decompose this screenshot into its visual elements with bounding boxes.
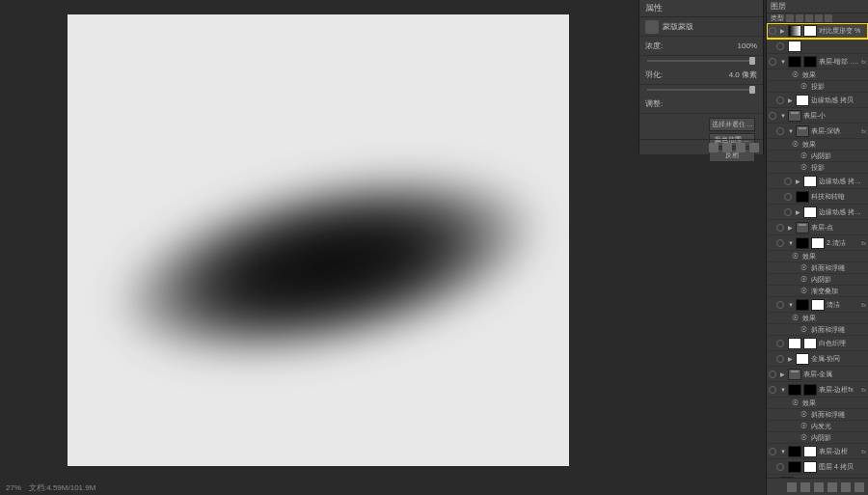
properties-tab[interactable]: 属性 bbox=[639, 0, 763, 17]
effect-item[interactable]: ⦿内阴影 bbox=[767, 151, 868, 162]
mask-thumbnail[interactable] bbox=[803, 384, 817, 396]
layer-row[interactable]: 科技和转暗 bbox=[767, 189, 868, 205]
layer-thumbnail[interactable] bbox=[796, 191, 809, 203]
layer-thumbnail[interactable] bbox=[788, 338, 801, 349]
effects-header[interactable]: ⦿效果 bbox=[767, 251, 868, 262]
filter-adjust-icon[interactable] bbox=[796, 14, 803, 22]
visibility-toggle-icon[interactable] bbox=[769, 27, 776, 35]
mask-thumbnail[interactable] bbox=[803, 25, 817, 37]
layer-row[interactable]: ▼表层-暗部 ... fxfx bbox=[767, 54, 868, 69]
expand-arrow-icon[interactable]: ▶ bbox=[788, 224, 794, 231]
visibility-toggle-icon[interactable] bbox=[784, 193, 792, 201]
layer-thumbnail[interactable] bbox=[796, 95, 809, 106]
filter-pixel-icon[interactable] bbox=[786, 14, 794, 22]
layer-name[interactable]: 表层-暗部 ... fx bbox=[819, 57, 859, 67]
layers-filter-bar[interactable]: 类型 bbox=[767, 14, 868, 23]
fx-badge[interactable]: fx bbox=[861, 387, 866, 393]
layer-thumbnail[interactable] bbox=[788, 461, 801, 473]
effect-item[interactable]: ⦿斜面和浮雕 bbox=[767, 409, 868, 421]
expand-arrow-icon[interactable]: ▼ bbox=[788, 128, 794, 134]
layer-name[interactable]: 科技和转暗 bbox=[811, 192, 866, 202]
layer-thumbnail[interactable] bbox=[796, 237, 809, 249]
fx-badge[interactable]: fx bbox=[861, 302, 866, 308]
mask-thumbnail[interactable] bbox=[803, 338, 817, 349]
layer-name[interactable]: 白色织理 bbox=[819, 339, 866, 348]
visibility-toggle-icon[interactable] bbox=[784, 208, 792, 216]
layer-row[interactable]: ▶边缘动感 拷贝 bbox=[767, 93, 868, 108]
layer-name[interactable]: 表层-深锈 bbox=[811, 126, 859, 136]
effect-item[interactable]: ⦿斜面和浮雕 bbox=[767, 324, 868, 336]
expand-arrow-icon[interactable]: ▼ bbox=[780, 59, 786, 65]
canvas-area[interactable] bbox=[0, 0, 637, 481]
layer-thumbnail[interactable] bbox=[803, 206, 817, 218]
layer-thumbnail[interactable] bbox=[788, 384, 801, 396]
layer-name[interactable]: 金属-协同 bbox=[811, 354, 866, 364]
layer-row[interactable]: 白色织理 bbox=[767, 336, 868, 351]
visibility-toggle-icon[interactable] bbox=[776, 42, 784, 50]
visibility-toggle-icon[interactable] bbox=[769, 448, 776, 455]
mask-thumbnail[interactable] bbox=[811, 237, 825, 249]
visibility-toggle-icon[interactable] bbox=[776, 224, 784, 232]
expand-arrow-icon[interactable]: ▼ bbox=[780, 387, 786, 393]
layer-row[interactable]: ▶金属-协同 bbox=[767, 351, 868, 367]
visibility-toggle-icon[interactable] bbox=[776, 355, 784, 363]
feather-value[interactable]: 4.0 像素 bbox=[729, 69, 757, 80]
layer-group[interactable]: ▶表层-金属 bbox=[767, 367, 868, 382]
load-selection-icon[interactable] bbox=[709, 143, 719, 152]
visibility-toggle-icon[interactable] bbox=[776, 239, 784, 247]
filter-shape-icon[interactable] bbox=[815, 14, 823, 22]
canvas[interactable] bbox=[68, 14, 569, 466]
feather-slider[interactable] bbox=[647, 89, 755, 91]
layer-row[interactable]: ▼表层-边框fxfx bbox=[767, 382, 868, 398]
visibility-toggle-icon[interactable] bbox=[769, 112, 776, 120]
expand-arrow-icon[interactable]: ▼ bbox=[788, 302, 794, 308]
layer-name[interactable]: 表层-边框fx bbox=[819, 385, 859, 395]
layer-name[interactable]: 边缘动感 拷贝 bbox=[811, 96, 866, 105]
fx-badge[interactable]: fx bbox=[861, 449, 866, 454]
layer-group[interactable]: ▶表层-点 bbox=[767, 220, 868, 235]
layer-thumbnail[interactable] bbox=[788, 41, 801, 52]
visibility-toggle-icon[interactable] bbox=[769, 58, 776, 66]
layer-row[interactable]: ▼2.清洁fx bbox=[767, 235, 868, 251]
link-layers-icon[interactable] bbox=[787, 482, 797, 492]
layer-name[interactable]: 2.清洁 bbox=[827, 238, 859, 248]
layer-thumbnail[interactable] bbox=[788, 25, 801, 37]
layers-tab[interactable]: 图层 bbox=[767, 0, 868, 14]
layer-name[interactable]: 表层-点 bbox=[811, 223, 866, 233]
layer-name[interactable]: 清洁 bbox=[827, 300, 859, 310]
layer-mask-icon[interactable] bbox=[814, 482, 824, 492]
new-group-icon[interactable] bbox=[827, 482, 837, 492]
delete-layer-icon[interactable] bbox=[854, 482, 864, 492]
layer-row[interactable] bbox=[767, 39, 868, 54]
fx-badge[interactable]: fx bbox=[861, 240, 866, 246]
layer-row[interactable]: ▶边缘动感 拷贝 3 bbox=[767, 205, 868, 220]
mask-thumbnail[interactable] bbox=[803, 446, 817, 457]
disable-mask-icon[interactable] bbox=[736, 143, 746, 152]
effects-header[interactable]: ⦿效果 bbox=[767, 313, 868, 324]
fx-badge[interactable]: fx bbox=[861, 59, 866, 65]
layer-thumbnail[interactable] bbox=[803, 176, 817, 187]
effect-item[interactable]: ⦿投影 bbox=[767, 81, 868, 93]
layer-name[interactable]: 表层-金属 bbox=[803, 370, 866, 379]
expand-arrow-icon[interactable]: ▼ bbox=[780, 113, 786, 119]
visibility-toggle-icon[interactable] bbox=[776, 463, 784, 471]
effect-item[interactable]: ⦿渐变叠加 bbox=[767, 286, 868, 297]
expand-arrow-icon[interactable]: ▶ bbox=[780, 371, 786, 377]
mask-thumbnail[interactable] bbox=[803, 56, 817, 68]
density-value[interactable]: 100% bbox=[738, 41, 757, 50]
visibility-toggle-icon[interactable] bbox=[776, 301, 784, 309]
expand-arrow-icon[interactable]: ▶ bbox=[796, 178, 801, 184]
expand-arrow-icon[interactable]: ▼ bbox=[788, 240, 794, 246]
filter-smart-icon[interactable] bbox=[825, 14, 832, 22]
layer-row[interactable]: ▼表层-边框fx bbox=[767, 444, 868, 459]
layer-thumbnail[interactable] bbox=[796, 299, 809, 311]
effects-header[interactable]: ⦿效果 bbox=[767, 398, 868, 409]
effect-item[interactable]: ⦿内阴影 bbox=[767, 432, 868, 444]
layer-name[interactable]: 对比度形变 % bbox=[819, 26, 866, 36]
effect-item[interactable]: ⦿斜面和浮雕 bbox=[767, 262, 868, 274]
layer-group[interactable]: ▼表层-小 bbox=[767, 108, 868, 124]
effect-item[interactable]: ⦿内阴影 bbox=[767, 274, 868, 286]
layer-row[interactable]: ▼清洁fx bbox=[767, 297, 868, 313]
layer-name[interactable]: 边缘动感 拷贝 3 bbox=[819, 207, 866, 217]
layer-thumbnail[interactable] bbox=[788, 56, 801, 68]
